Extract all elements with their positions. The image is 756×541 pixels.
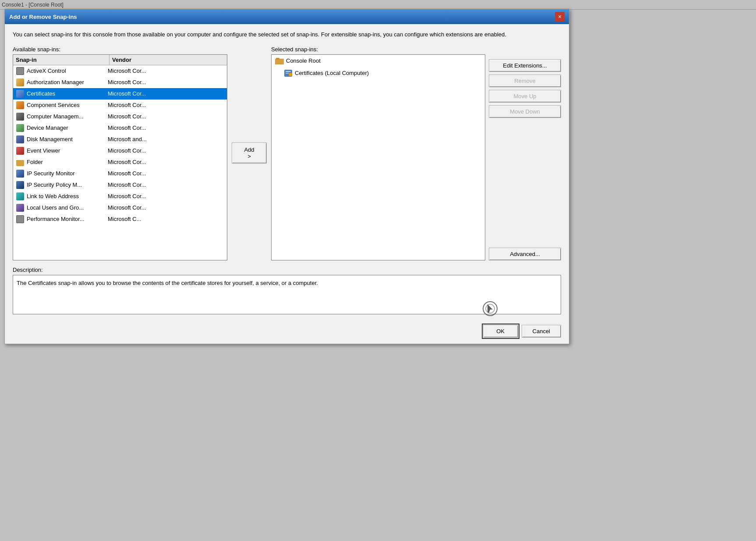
description-label: Description: bbox=[13, 267, 561, 273]
ok-button[interactable]: OK bbox=[483, 325, 518, 338]
item-name: ActiveX Control bbox=[16, 67, 108, 75]
list-item[interactable]: Link to Web Address Microsoft Cor... bbox=[13, 191, 227, 202]
move-up-button[interactable]: Move Up bbox=[489, 90, 561, 103]
list-item[interactable]: Device Manager Microsoft Cor... bbox=[13, 122, 227, 134]
list-item[interactable]: Component Services Microsoft Cor... bbox=[13, 100, 227, 111]
console-root-label: Console Root bbox=[286, 57, 321, 64]
device-mgr-icon bbox=[16, 124, 25, 132]
description-box: The Certificates snap-in allows you to b… bbox=[13, 275, 561, 314]
add-button[interactable]: Add > bbox=[232, 142, 267, 164]
item-name: Computer Managem... bbox=[16, 112, 108, 121]
list-item-partial[interactable]: Performance Monitor... Microsoft C... bbox=[13, 214, 227, 225]
window-title: Console1 - [Console Root] bbox=[2, 2, 64, 8]
cert-item-icon bbox=[284, 69, 293, 78]
right-panel: Selected snap-ins: Console bbox=[271, 46, 561, 260]
folder-icon bbox=[16, 158, 25, 167]
item-name: Authorization Manager bbox=[16, 78, 108, 87]
dialog: Add or Remove Snap-ins × You can select … bbox=[4, 9, 569, 344]
item-name: Local Users and Gro... bbox=[16, 203, 108, 212]
description-section: Description: The Certificates snap-in al… bbox=[13, 267, 561, 314]
selected-snapins-list[interactable]: Console Root bbox=[271, 54, 485, 260]
list-item[interactable]: IP Security Monitor Microsoft Cor... bbox=[13, 168, 227, 179]
svg-point-5 bbox=[289, 73, 292, 76]
remove-button[interactable]: Remove bbox=[489, 75, 561, 87]
cancel-button[interactable]: Cancel bbox=[522, 325, 561, 338]
partial-icon bbox=[16, 215, 25, 224]
local-users-icon bbox=[16, 203, 25, 212]
link-icon bbox=[16, 192, 25, 201]
comp-svc-icon bbox=[16, 101, 25, 110]
available-snapins-scroll[interactable]: ActiveX Control Microsoft Cor... Authori… bbox=[13, 65, 227, 257]
dialog-body: You can select snap-ins for this console… bbox=[5, 24, 569, 320]
header-snapin: Snap-in bbox=[13, 55, 110, 65]
item-name: Link to Web Address bbox=[16, 192, 108, 201]
dialog-titlebar: Add or Remove Snap-ins × bbox=[5, 9, 569, 24]
list-item[interactable]: ActiveX Control Microsoft Cor... bbox=[13, 65, 227, 77]
activex-icon bbox=[16, 67, 25, 75]
move-down-button[interactable]: Move Down bbox=[489, 105, 561, 118]
list-item[interactable]: IP Security Policy M... Microsoft Cor... bbox=[13, 179, 227, 191]
console-root-icon bbox=[275, 57, 284, 65]
list-item[interactable]: Computer Managem... Microsoft Cor... bbox=[13, 111, 227, 122]
header-vendor: Vendor bbox=[110, 55, 227, 65]
item-name: Certificates bbox=[16, 89, 108, 98]
tree-item-console-root[interactable]: Console Root bbox=[272, 55, 485, 67]
selected-snapins-panel: Selected snap-ins: Console bbox=[271, 46, 485, 260]
item-name: Folder bbox=[16, 158, 108, 167]
ipsec-mon-icon bbox=[16, 169, 25, 178]
comp-mgmt-icon bbox=[16, 112, 25, 121]
ipsec-pol-icon bbox=[16, 181, 25, 189]
right-buttons: Edit Extensions... Remove Move Up Move D… bbox=[489, 46, 561, 260]
svg-rect-1 bbox=[276, 58, 279, 60]
auth-icon bbox=[16, 78, 25, 87]
item-name: Device Manager bbox=[16, 124, 108, 132]
window-titlebar: Console1 - [Console Root] bbox=[0, 0, 756, 10]
selected-label: Selected snap-ins: bbox=[271, 46, 485, 53]
dialog-intro-text: You can select snap-ins for this console… bbox=[13, 30, 561, 39]
middle-panel: Add > bbox=[232, 46, 267, 260]
dialog-footer: OK Cancel bbox=[5, 320, 569, 344]
disk-icon bbox=[16, 135, 25, 144]
list-item[interactable]: Local Users and Gro... Microsoft Cor... bbox=[13, 202, 227, 214]
close-button[interactable]: × bbox=[555, 12, 565, 21]
item-name: IP Security Monitor bbox=[16, 169, 108, 178]
available-label: Available snap-ins: bbox=[13, 46, 227, 53]
item-name: Disk Management bbox=[16, 135, 108, 144]
item-name: Component Services bbox=[16, 101, 108, 110]
list-item[interactable]: Authorization Manager Microsoft Cor... bbox=[13, 77, 227, 88]
list-header: Snap-in Vendor bbox=[13, 55, 227, 65]
main-layout: Available snap-ins: Snap-in Vendor Act bbox=[13, 46, 561, 260]
available-panel: Available snap-ins: Snap-in Vendor Act bbox=[13, 46, 227, 260]
event-icon bbox=[16, 146, 25, 155]
edit-extensions-button[interactable]: Edit Extensions... bbox=[489, 59, 561, 72]
item-name: Event Viewer bbox=[16, 146, 108, 155]
tree-item-certificates[interactable]: Certificates (Local Computer) bbox=[272, 67, 485, 79]
list-item[interactable]: Disk Management Microsoft and... bbox=[13, 134, 227, 145]
svg-rect-4 bbox=[286, 73, 289, 74]
cert-item-label: Certificates (Local Computer) bbox=[295, 70, 369, 76]
available-snapins-list[interactable]: Snap-in Vendor ActiveX Control Microsoft… bbox=[13, 54, 227, 260]
list-item-certificates[interactable]: Certificates Microsoft Cor... bbox=[13, 88, 227, 100]
window-background: Console1 - [Console Root] Add or Remove … bbox=[0, 0, 756, 541]
svg-rect-3 bbox=[286, 71, 291, 72]
item-name: IP Security Policy M... bbox=[16, 181, 108, 189]
dialog-title: Add or Remove Snap-ins bbox=[9, 14, 77, 20]
item-name: Performance Monitor... bbox=[16, 215, 108, 224]
advanced-button[interactable]: Advanced... bbox=[489, 248, 561, 260]
list-item[interactable]: Event Viewer Microsoft Cor... bbox=[13, 145, 227, 157]
cert-icon bbox=[16, 89, 25, 98]
list-item[interactable]: Folder Microsoft Cor... bbox=[13, 157, 227, 168]
